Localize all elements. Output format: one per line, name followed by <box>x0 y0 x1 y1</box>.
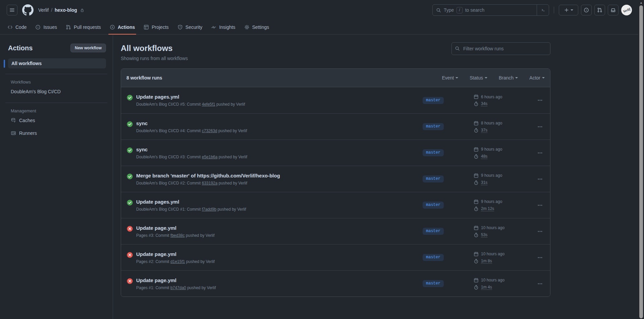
scrollbar-thumb[interactable] <box>639 5 643 318</box>
page-subtitle: Showing runs from all workflows <box>121 56 550 61</box>
tab-label: Security <box>185 24 203 30</box>
workflow-run-row: sync DoubleAm's Blog CI/CD #3: Commit e5… <box>121 140 550 166</box>
run-options-kebab-button[interactable] <box>535 279 545 288</box>
tab-label: Pull requests <box>74 24 101 30</box>
event-filter-dropdown[interactable]: Event <box>442 75 458 81</box>
chevron-down-icon <box>485 77 487 80</box>
actor-filter-dropdown[interactable]: Actor <box>529 75 545 81</box>
breadcrumb-repo-link[interactable]: hexo-blog <box>55 7 77 13</box>
sidebar-item-caches[interactable]: Caches <box>8 115 106 126</box>
branch-badge[interactable]: master <box>423 175 444 182</box>
workflow-run-row: sync DoubleAm's Blog CI/CD #4: Commit c7… <box>121 113 550 140</box>
run-title-link[interactable]: Update pages.yml <box>136 94 245 100</box>
commit-hash-link[interactable]: 4efe5f1 <box>202 102 215 107</box>
scroll-up-arrow-icon[interactable]: ▲ <box>638 0 644 5</box>
run-options-kebab-button[interactable] <box>535 122 545 131</box>
commit-hash-link[interactable]: c73263d <box>202 128 217 133</box>
tab-security[interactable]: Security <box>174 20 206 34</box>
calendar-icon <box>474 121 479 126</box>
commit-hash-link[interactable]: f7add9b <box>202 207 216 212</box>
stopwatch-icon <box>474 285 479 290</box>
sidebar-item-runners[interactable]: Runners <box>8 127 106 139</box>
chevron-down-icon <box>515 77 518 80</box>
tab-label: Issues <box>43 24 57 30</box>
run-options-kebab-button[interactable] <box>535 227 545 236</box>
github-logo-icon[interactable] <box>22 4 34 16</box>
stopwatch-icon <box>474 232 479 237</box>
private-lock-icon <box>80 8 84 12</box>
run-title-link[interactable]: Update page.yml <box>136 251 215 257</box>
tab-issues[interactable]: Issues <box>32 20 60 34</box>
commit-hash-link[interactable]: b747da0 <box>170 285 186 290</box>
run-duration: 31s <box>481 180 487 185</box>
run-relative-time: 10 hours ago <box>481 278 504 282</box>
tab-pull-requests[interactable]: Pull requests <box>62 20 104 34</box>
run-description: DoubleAm's Blog CI/CD #4: Commit c73263d… <box>136 128 247 133</box>
run-timing: 9 hours ago 31s <box>468 173 531 185</box>
sidebar-item-workflow[interactable]: DoubleAm's Blog CI/CD <box>8 86 106 97</box>
run-options-kebab-button[interactable] <box>535 148 545 158</box>
failure-x-icon <box>126 225 133 232</box>
cache-database-icon <box>11 118 16 123</box>
run-duration: 1m 8s <box>481 259 492 264</box>
branch-badge[interactable]: master <box>423 123 444 130</box>
stopwatch-icon <box>474 154 479 159</box>
branch-badge[interactable]: master <box>423 280 444 287</box>
hamburger-menu-button[interactable] <box>7 5 17 15</box>
run-title-link[interactable]: sync <box>136 120 247 126</box>
inbox-button[interactable] <box>608 5 619 15</box>
runs-list-header: 8 workflow runs Event Status Branch Acto… <box>121 69 550 87</box>
commit-hash-link[interactable]: 633192a <box>202 181 218 185</box>
commit-hash-link[interactable]: fbed38c <box>170 233 185 238</box>
branch-badge[interactable]: master <box>423 254 444 261</box>
runs-count: 8 workflow runs <box>126 75 162 81</box>
page-scrollbar[interactable]: ▲ <box>638 0 644 319</box>
run-timing: 9 hours ago 2m 12s <box>468 199 531 211</box>
run-options-kebab-button[interactable] <box>535 96 545 105</box>
tab-code[interactable]: Code <box>4 20 30 34</box>
run-duration: 53s <box>481 232 487 237</box>
avatar-signature: Verlif <box>622 7 631 13</box>
run-options-kebab-button[interactable] <box>535 201 545 210</box>
tab-insights[interactable]: Insights <box>208 20 238 34</box>
breadcrumb: Verlif / hexo-blog <box>38 7 84 13</box>
branch-badge[interactable]: master <box>423 228 444 235</box>
tab-projects[interactable]: Projects <box>140 20 172 34</box>
shield-icon <box>177 24 183 30</box>
run-options-kebab-button[interactable] <box>535 174 545 184</box>
run-duration: 34s <box>481 101 487 106</box>
run-title-link[interactable]: Merge branch 'master' of https://github.… <box>136 173 280 178</box>
commit-hash-link[interactable]: e5e1b6a <box>202 155 218 159</box>
sidebar-item-all-workflows[interactable]: All workflows <box>8 58 106 68</box>
run-relative-time: 9 hours ago <box>481 173 502 178</box>
workflow-run-row: Update page.yml Pages #2: Commit d1e15f1… <box>121 244 550 270</box>
run-timing: 8 hours ago 37s <box>468 121 531 133</box>
global-search-input[interactable]: Type / to search <box>432 4 549 16</box>
new-workflow-button[interactable]: New workflow <box>70 44 106 52</box>
issues-dashboard-button[interactable] <box>581 5 592 15</box>
kebab-horizontal-icon <box>537 255 543 260</box>
run-title-link[interactable]: Update page.yml <box>136 225 215 231</box>
filter-workflow-runs-input[interactable] <box>451 42 550 55</box>
run-title-link[interactable]: Update page.yml <box>136 277 216 283</box>
branch-filter-dropdown[interactable]: Branch <box>499 75 518 81</box>
create-new-button[interactable] <box>559 5 578 15</box>
commit-hash-link[interactable]: d1e15f1 <box>170 259 185 264</box>
run-options-kebab-button[interactable] <box>535 253 545 262</box>
user-avatar[interactable]: Verlif <box>621 5 632 15</box>
command-palette-icon[interactable] <box>537 5 549 15</box>
stopwatch-icon <box>474 128 479 133</box>
status-filter-dropdown[interactable]: Status <box>470 75 487 81</box>
tab-actions[interactable]: Actions <box>106 20 138 34</box>
breadcrumb-owner-link[interactable]: Verlif <box>38 7 49 13</box>
branch-badge[interactable]: master <box>423 202 444 209</box>
branch-badge[interactable]: master <box>423 149 444 156</box>
tab-label: Insights <box>219 24 235 30</box>
run-description: DoubleAm's Blog CI/CD #1: Commit f7add9b… <box>136 207 246 212</box>
branch-badge[interactable]: master <box>423 97 444 104</box>
issue-opened-icon <box>35 24 41 30</box>
pull-requests-dashboard-button[interactable] <box>594 5 605 15</box>
run-title-link[interactable]: sync <box>136 147 247 152</box>
run-title-link[interactable]: Update pages.yml <box>136 199 246 205</box>
tab-settings[interactable]: Settings <box>241 20 273 34</box>
